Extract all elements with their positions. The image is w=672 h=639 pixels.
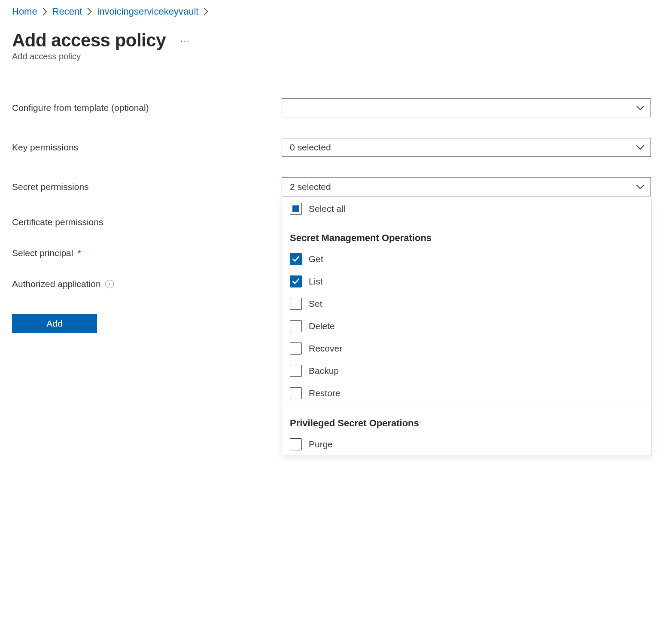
dropdown-option-label: Set [309,299,322,309]
chevron-down-icon [636,145,645,150]
checkbox-unchecked-icon[interactable] [290,365,302,377]
page-subtitle: Add access policy [12,52,660,61]
chevron-right-icon [43,8,47,15]
select-all-label: Select all [309,204,345,214]
checkbox-unchecked-icon[interactable] [290,387,302,399]
dropdown-option[interactable]: Get [282,248,651,270]
dropdown-option-label: Delete [309,321,335,331]
dropdown-option[interactable]: Restore [282,382,651,404]
chevron-right-icon [204,8,208,15]
dropdown-option-label: Purge [309,439,333,449]
checkbox-unchecked-icon[interactable] [290,298,302,310]
page-title: Add access policy [12,30,166,51]
key-permissions-select-value: 0 selected [290,142,331,153]
label-template: Configure from template (optional) [12,103,282,113]
dropdown-option-label: Restore [309,388,341,398]
dropdown-option[interactable]: Set [282,293,651,315]
dropdown-option-label: Get [309,254,323,264]
label-authorized-application-text: Authorized application [12,279,101,289]
breadcrumb-item-recent[interactable]: Recent [52,6,82,17]
secret-permissions-select-value: 2 selected [290,182,331,192]
chevron-down-icon [636,184,645,190]
dropdown-option-label: Recover [309,343,342,354]
label-secret-permissions: Secret permissions [12,182,282,192]
dropdown-option[interactable]: List [282,270,651,293]
breadcrumb: Home Recent invoicingservicekeyvault [12,6,660,17]
dropdown-option-label: Backup [309,366,339,376]
dropdown-option[interactable]: Purge [282,433,651,456]
breadcrumb-item-home[interactable]: Home [12,6,37,17]
dropdown-option[interactable]: Backup [282,360,651,382]
select-all-option[interactable]: Select all [282,197,651,222]
add-button[interactable]: Add [12,314,97,333]
info-icon[interactable]: i [105,280,114,288]
checkbox-unchecked-icon[interactable] [290,342,302,355]
chevron-down-icon [636,105,645,110]
label-certificate-permissions: Certificate permissions [12,217,282,227]
label-key-permissions: Key permissions [12,142,282,153]
dropdown-option[interactable]: Recover [282,337,651,360]
key-permissions-select[interactable]: 0 selected [282,138,651,157]
label-authorized-application: Authorized application i [12,279,282,289]
breadcrumb-item-keyvault[interactable]: invoicingservicekeyvault [97,6,198,17]
dropdown-option-label: List [309,276,323,287]
checkbox-checked-icon[interactable] [290,253,302,265]
dropdown-group-title: Privileged Secret Operations [282,407,651,433]
chevron-right-icon [87,8,92,15]
label-select-principal-text: Select principal [12,248,73,258]
template-select[interactable] [282,98,651,117]
checkbox-checked-icon[interactable] [290,275,302,287]
dropdown-group-title: Secret Management Operations [282,222,651,248]
checkbox-indeterminate-icon[interactable] [290,203,302,215]
label-select-principal: Select principal * [12,248,282,258]
secret-permissions-dropdown: Select allSecret Management OperationsGe… [282,197,652,456]
dropdown-option[interactable]: Delete [282,315,651,337]
more-horizontal-icon[interactable]: ··· [180,36,190,46]
checkbox-unchecked-icon[interactable] [290,438,302,450]
secret-permissions-select[interactable]: 2 selected Select allSecret Management O… [282,177,651,196]
checkbox-unchecked-icon[interactable] [290,320,302,332]
required-asterisk-icon: * [77,248,81,258]
